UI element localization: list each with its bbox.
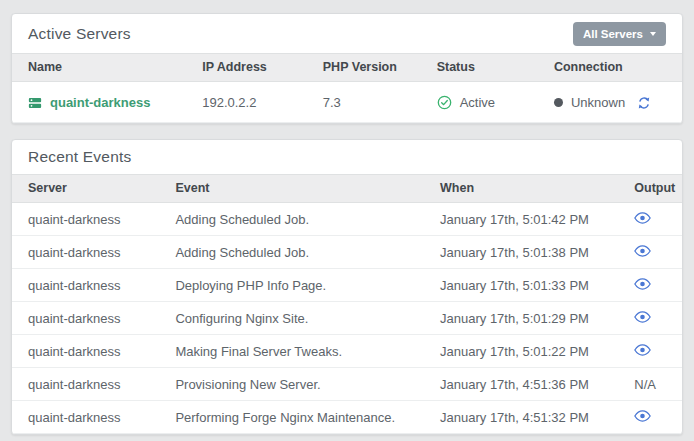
recent-events-table: Server Event When Output quaint-darkness… xyxy=(12,174,682,434)
event-output-cell: eye xyxy=(618,401,682,434)
view-output-eye-icon[interactable] xyxy=(634,344,651,356)
event-row: quaint-darkness Adding Scheduled Job. Ja… xyxy=(12,236,682,269)
active-servers-panel: Active Servers All Servers Name IP Addre… xyxy=(11,13,683,124)
column-header-output: Output xyxy=(618,175,682,203)
event-description: Deploying PHP Info Page. xyxy=(159,269,424,302)
output-na-text: N/A xyxy=(634,377,656,392)
column-header-server: Server xyxy=(12,175,159,203)
event-row: quaint-darkness Configuring Nginx Site. … xyxy=(12,302,682,335)
event-description: Making Final Server Tweaks. xyxy=(159,335,424,368)
status-badge: Active xyxy=(437,95,495,110)
event-timestamp: January 17th, 5:01:22 PM xyxy=(424,335,618,368)
event-output-cell: eye xyxy=(618,236,682,269)
event-description: Provisioning New Server. xyxy=(159,368,424,401)
connection-badge: Unknown xyxy=(554,95,651,110)
server-php-version: 7.3 xyxy=(307,82,421,123)
all-servers-dropdown-label: All Servers xyxy=(583,28,643,40)
caret-down-icon xyxy=(650,32,656,36)
column-header-connection: Connection xyxy=(538,54,682,82)
column-header-event: Event xyxy=(159,175,424,203)
event-row: quaint-darkness Deploying PHP Info Page.… xyxy=(12,269,682,302)
active-servers-table: Name IP Address PHP Version Status Conne… xyxy=(12,53,682,123)
active-servers-title: Active Servers xyxy=(28,25,131,43)
server-name-link[interactable]: quaint-darkness xyxy=(50,95,150,110)
recent-events-title: Recent Events xyxy=(28,148,131,166)
event-timestamp: January 17th, 5:01:29 PM xyxy=(424,302,618,335)
event-output-cell: eye xyxy=(618,203,682,236)
recent-events-header-row: Server Event When Output xyxy=(12,175,682,203)
event-timestamp: January 17th, 4:51:32 PM xyxy=(424,401,618,434)
view-output-eye-icon[interactable] xyxy=(634,245,651,257)
column-header-status: Status xyxy=(421,54,538,82)
event-timestamp: January 17th, 5:01:33 PM xyxy=(424,269,618,302)
event-description: Configuring Nginx Site. xyxy=(159,302,424,335)
event-server-name: quaint-darkness xyxy=(12,203,159,236)
event-server-name: quaint-darkness xyxy=(12,236,159,269)
event-server-name: quaint-darkness xyxy=(12,302,159,335)
view-output-eye-icon[interactable] xyxy=(634,212,651,224)
event-row: quaint-darkness Provisioning New Server.… xyxy=(12,368,682,401)
event-row: quaint-darkness Adding Scheduled Job. Ja… xyxy=(12,203,682,236)
check-circle-icon xyxy=(437,95,452,110)
event-output-cell: eye xyxy=(618,335,682,368)
event-description: Adding Scheduled Job. xyxy=(159,236,424,269)
recent-events-header: Recent Events xyxy=(12,140,682,174)
event-server-name: quaint-darkness xyxy=(12,335,159,368)
view-output-eye-icon[interactable] xyxy=(634,311,651,323)
active-servers-header-row: Name IP Address PHP Version Status Conne… xyxy=(12,54,682,82)
event-timestamp: January 17th, 4:51:36 PM xyxy=(424,368,618,401)
active-servers-header: Active Servers All Servers xyxy=(12,14,682,53)
event-description: Adding Scheduled Job. xyxy=(159,203,424,236)
event-server-name: quaint-darkness xyxy=(12,368,159,401)
all-servers-dropdown-button[interactable]: All Servers xyxy=(573,22,666,46)
column-header-php-version: PHP Version xyxy=(307,54,421,82)
recent-events-panel: Recent Events Server Event When Output q… xyxy=(11,139,683,435)
event-output-cell: eye xyxy=(618,269,682,302)
connection-status-text: Unknown xyxy=(571,95,625,110)
server-ip-address: 192.0.2.2 xyxy=(186,82,307,123)
event-output-cell: eye xyxy=(618,302,682,335)
refresh-icon[interactable] xyxy=(637,96,651,110)
column-header-when: When xyxy=(424,175,618,203)
event-server-name: quaint-darkness xyxy=(12,269,159,302)
event-output-cell: N/A xyxy=(618,368,682,401)
server-icon xyxy=(28,96,42,110)
dashboard-page: Active Servers All Servers Name IP Addre… xyxy=(0,0,694,441)
event-description: Performing Forge Nginx Maintenance. xyxy=(159,401,424,434)
server-row: quaint-darkness 192.0.2.2 7.3 xyxy=(12,82,682,123)
event-row: quaint-darkness Making Final Server Twea… xyxy=(12,335,682,368)
event-server-name: quaint-darkness xyxy=(12,401,159,434)
event-timestamp: January 17th, 5:01:38 PM xyxy=(424,236,618,269)
column-header-name: Name xyxy=(12,54,186,82)
event-row: quaint-darkness Performing Forge Nginx M… xyxy=(12,401,682,434)
view-output-eye-icon[interactable] xyxy=(634,278,651,290)
event-timestamp: January 17th, 5:01:42 PM xyxy=(424,203,618,236)
view-output-eye-icon[interactable] xyxy=(634,410,651,422)
server-status-text: Active xyxy=(460,95,495,110)
connection-dot-icon xyxy=(554,98,563,107)
column-header-ip-address: IP Address xyxy=(186,54,307,82)
